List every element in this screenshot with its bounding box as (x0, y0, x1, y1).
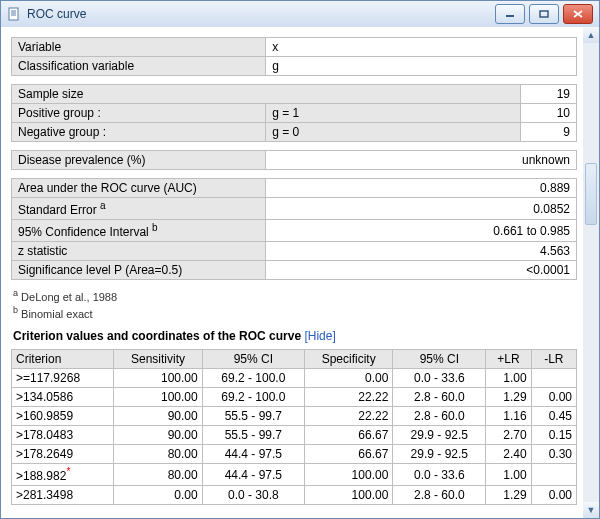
table-row: >178.264980.0044.4 - 97.566.6729.9 - 92.… (12, 445, 577, 464)
data-cell: 0.45 (531, 407, 576, 426)
data-cell: 69.2 - 100.0 (202, 388, 304, 407)
criteria-header: 95% CI (202, 350, 304, 369)
neg-group-label: Negative group : (12, 123, 266, 142)
criterion-cell: >160.9859 (12, 407, 114, 426)
data-cell (531, 369, 576, 388)
svg-rect-2 (540, 11, 548, 17)
pos-group-value: 10 (520, 104, 577, 123)
data-cell: 0.00 (305, 369, 393, 388)
data-cell: 100.00 (305, 464, 393, 486)
document-icon (7, 7, 21, 21)
prevalence-table: Disease prevalence (%) unknown (11, 150, 577, 170)
data-cell: 0.0 - 33.6 (393, 369, 486, 388)
table-row: >160.985990.0055.5 - 99.722.222.8 - 60.0… (12, 407, 577, 426)
data-cell: 1.00 (486, 369, 531, 388)
neg-group-cond: g = 0 (266, 123, 520, 142)
prevalence-label: Disease prevalence (%) (12, 151, 266, 170)
data-cell: 90.00 (114, 407, 202, 426)
criteria-header: +LR (486, 350, 531, 369)
data-cell: 2.8 - 60.0 (393, 388, 486, 407)
data-cell: 0.15 (531, 426, 576, 445)
window-title: ROC curve (27, 7, 491, 21)
data-cell: 69.2 - 100.0 (202, 369, 304, 388)
scroll-up-icon[interactable]: ▲ (583, 27, 599, 43)
sample-table: Sample size 19 Positive group : g = 1 10… (11, 84, 577, 142)
data-cell: 1.29 (486, 388, 531, 407)
vertical-scrollbar[interactable]: ▲ ▼ (582, 27, 599, 518)
data-cell: 80.00 (114, 464, 202, 486)
data-cell: 2.8 - 60.0 (393, 407, 486, 426)
titlebar[interactable]: ROC curve (1, 1, 599, 28)
neg-group-value: 9 (520, 123, 577, 142)
table-row: >134.0586100.0069.2 - 100.022.222.8 - 60… (12, 388, 577, 407)
client-area: Variable x Classification variable g Sam… (1, 27, 583, 518)
svg-rect-0 (9, 8, 18, 20)
data-cell: 29.9 - 92.5 (393, 426, 486, 445)
sample-size-value: 19 (520, 85, 577, 104)
criteria-table: CriterionSensitivity95% CISpecificity95%… (11, 349, 577, 505)
data-cell: 0.00 (114, 486, 202, 505)
se-value: 0.0852 (266, 198, 577, 220)
criteria-header: 95% CI (393, 350, 486, 369)
ci-value: 0.661 to 0.985 (266, 220, 577, 242)
classvar-label: Classification variable (12, 57, 266, 76)
criteria-header: -LR (531, 350, 576, 369)
close-button[interactable] (563, 4, 593, 24)
data-cell: 80.00 (114, 445, 202, 464)
data-cell: 66.67 (305, 426, 393, 445)
criteria-section-title: Criterion values and coordinates of the … (13, 329, 577, 343)
p-value: <0.0001 (266, 261, 577, 280)
variable-label: Variable (12, 38, 266, 57)
variable-value: x (266, 38, 577, 57)
footnote-b: b Binomial exact (13, 305, 577, 320)
variables-table: Variable x Classification variable g (11, 37, 577, 76)
z-value: 4.563 (266, 242, 577, 261)
data-cell: 0.0 - 30.8 (202, 486, 304, 505)
table-row: >178.048390.0055.5 - 99.766.6729.9 - 92.… (12, 426, 577, 445)
criteria-header: Specificity (305, 350, 393, 369)
minimize-button[interactable] (495, 4, 525, 24)
data-cell: 22.22 (305, 388, 393, 407)
data-cell: 100.00 (114, 388, 202, 407)
scroll-thumb[interactable] (585, 163, 597, 225)
scroll-down-icon[interactable]: ▼ (583, 502, 599, 518)
table-row: >281.34980.000.0 - 30.8100.002.8 - 60.01… (12, 486, 577, 505)
hide-link[interactable]: [Hide] (304, 329, 335, 343)
criterion-cell: >188.982* (12, 464, 114, 486)
data-cell: 1.29 (486, 486, 531, 505)
data-cell: 100.00 (114, 369, 202, 388)
data-cell: 1.16 (486, 407, 531, 426)
data-cell: 0.0 - 33.6 (393, 464, 486, 486)
pos-group-cond: g = 1 (266, 104, 520, 123)
data-cell: 1.00 (486, 464, 531, 486)
se-label: Standard Error a (12, 198, 266, 220)
ci-label: 95% Confidence Interval b (12, 220, 266, 242)
table-row: >188.982*80.0044.4 - 97.5100.000.0 - 33.… (12, 464, 577, 486)
data-cell: 29.9 - 92.5 (393, 445, 486, 464)
auc-label: Area under the ROC curve (AUC) (12, 179, 266, 198)
data-cell (531, 464, 576, 486)
z-label: z statistic (12, 242, 266, 261)
data-cell: 55.5 - 99.7 (202, 426, 304, 445)
criterion-cell: >134.0586 (12, 388, 114, 407)
criterion-cell: >178.2649 (12, 445, 114, 464)
criterion-cell: >281.3498 (12, 486, 114, 505)
prevalence-value: unknown (266, 151, 577, 170)
criteria-header: Criterion (12, 350, 114, 369)
table-row: >=117.9268100.0069.2 - 100.00.000.0 - 33… (12, 369, 577, 388)
criteria-header: Sensitivity (114, 350, 202, 369)
data-cell: 55.5 - 99.7 (202, 407, 304, 426)
data-cell: 2.8 - 60.0 (393, 486, 486, 505)
maximize-button[interactable] (529, 4, 559, 24)
data-cell: 0.30 (531, 445, 576, 464)
data-cell: 22.22 (305, 407, 393, 426)
classvar-value: g (266, 57, 577, 76)
auc-value: 0.889 (266, 179, 577, 198)
scroll-track[interactable] (583, 43, 599, 502)
footnote-a: a DeLong et al., 1988 (13, 288, 577, 303)
criterion-cell: >=117.9268 (12, 369, 114, 388)
data-cell: 0.00 (531, 388, 576, 407)
data-cell: 2.40 (486, 445, 531, 464)
p-label: Significance level P (Area=0.5) (12, 261, 266, 280)
pos-group-label: Positive group : (12, 104, 266, 123)
